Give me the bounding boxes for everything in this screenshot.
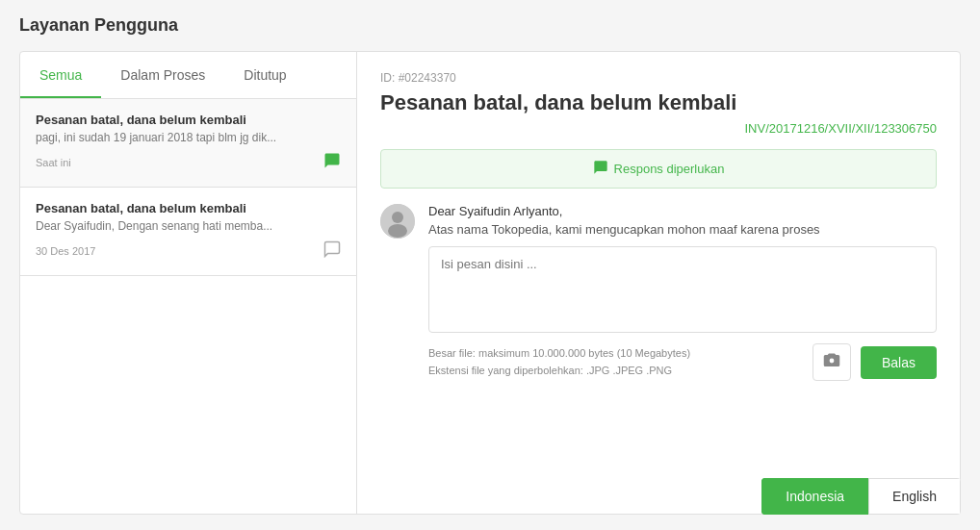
ticket-preview: pagi, ini sudah 19 januari 2018 tapi blm…	[36, 131, 341, 144]
camera-icon	[823, 352, 840, 372]
invoice-ref: INV/20171216/XVII/XII/123306750	[380, 121, 937, 136]
response-banner-text: Respons diperlukan	[614, 162, 725, 176]
ticket-main-title: Pesanan batal, dana belum kembali	[380, 90, 937, 115]
svg-point-2	[388, 224, 407, 238]
avatar	[380, 204, 415, 239]
tab-semua[interactable]: Semua	[20, 52, 101, 98]
file-ext-info: Ekstensi file yang diperbolehkan: .JPG .…	[428, 363, 690, 380]
tab-dalam-proses[interactable]: Dalam Proses	[101, 52, 224, 98]
svg-point-1	[392, 212, 403, 223]
reply-textarea[interactable]	[428, 246, 937, 333]
chat-filled-icon	[323, 152, 341, 173]
language-bar: Indonesia English	[761, 478, 961, 515]
tabs-header: Semua Dalam Proses Ditutup	[20, 52, 356, 99]
ticket-preview: Dear Syaifudin, Dengan senang hati memba…	[36, 219, 341, 233]
chat-outline-icon	[323, 240, 341, 262]
message-body: Dear Syaifudin Arlyanto, Atas nama Tokop…	[428, 204, 937, 494]
greeting-text: Dear Syaifudin Arlyanto,	[428, 204, 937, 218]
list-item[interactable]: Pesanan batal, dana belum kembali Dear S…	[20, 188, 356, 276]
ticket-list: Pesanan batal, dana belum kembali pagi, …	[20, 99, 356, 514]
response-required-banner: Respons diperlukan	[380, 149, 937, 189]
ticket-footer: Saat ini	[36, 152, 341, 173]
indonesia-language-button[interactable]: Indonesia	[761, 478, 868, 515]
attach-button[interactable]	[812, 343, 851, 381]
page-title: Layanan Pengguna	[19, 15, 961, 36]
right-panel: ID: #02243370 Pesanan batal, dana belum …	[357, 52, 960, 514]
message-section: Dear Syaifudin Arlyanto, Atas nama Tokop…	[380, 204, 937, 494]
english-language-button[interactable]: English	[868, 478, 961, 515]
ticket-footer: 30 Des 2017	[36, 240, 341, 262]
left-panel: Semua Dalam Proses Ditutup Pesanan batal…	[20, 52, 357, 514]
message-context: Dear Syaifudin Arlyanto, Atas nama Tokop…	[428, 204, 937, 237]
chat-icon	[593, 160, 608, 178]
ticket-title: Pesanan batal, dana belum kembali	[36, 201, 341, 215]
reply-actions: Besar file: maksimum 10.000.000 bytes (1…	[428, 343, 937, 381]
file-info: Besar file: maksimum 10.000.000 bytes (1…	[428, 345, 690, 379]
list-item[interactable]: Pesanan batal, dana belum kembali pagi, …	[20, 99, 356, 188]
reply-button[interactable]: Balas	[861, 346, 937, 379]
message-preview-text: Atas nama Tokopedia, kami mengucapkan mo…	[428, 222, 937, 237]
ticket-time: 30 Des 2017	[36, 245, 95, 257]
tab-ditutup[interactable]: Ditutup	[224, 52, 305, 98]
ticket-title: Pesanan batal, dana belum kembali	[36, 113, 341, 127]
main-content: Semua Dalam Proses Ditutup Pesanan batal…	[19, 51, 961, 515]
file-size-info: Besar file: maksimum 10.000.000 bytes (1…	[428, 345, 690, 363]
ticket-id: ID: #02243370	[380, 71, 937, 85]
reply-right-actions: Balas	[812, 343, 937, 381]
ticket-time: Saat ini	[36, 157, 71, 168]
